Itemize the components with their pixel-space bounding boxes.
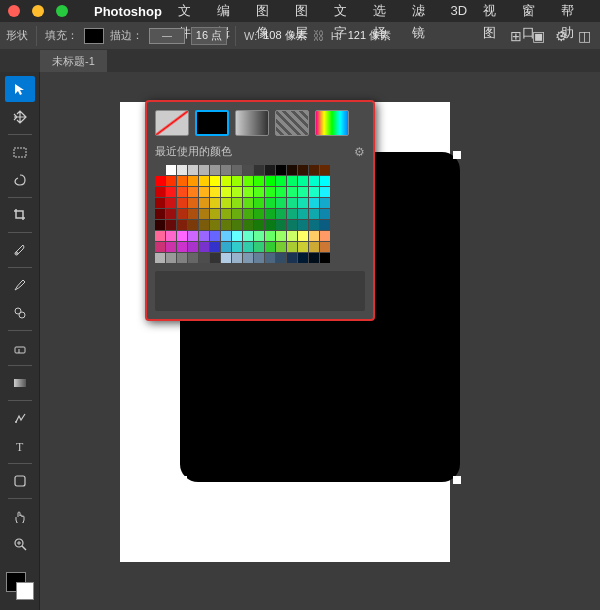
tool-rect-select[interactable] [5, 139, 35, 165]
no-color-swatch[interactable] [155, 110, 189, 136]
color-cell[interactable] [210, 176, 220, 186]
path-ops-button[interactable]: ▣ [529, 28, 548, 44]
tool-text[interactable]: T [5, 433, 35, 459]
color-cell[interactable] [177, 209, 187, 219]
minimize-button[interactable] [32, 5, 44, 17]
color-cell[interactable] [232, 176, 242, 186]
tool-eyedropper[interactable] [5, 237, 35, 263]
color-cell[interactable] [188, 253, 198, 263]
color-cell[interactable] [309, 231, 319, 241]
color-cell[interactable] [199, 220, 209, 230]
color-cell[interactable] [320, 165, 330, 175]
color-cell[interactable] [221, 187, 231, 197]
menu-file[interactable]: 文件 [170, 0, 209, 22]
canvas-tab[interactable]: 未标题-1 [40, 50, 108, 72]
color-cell[interactable] [276, 209, 286, 219]
color-cell[interactable] [155, 253, 165, 263]
color-cell[interactable] [177, 242, 187, 252]
color-cell[interactable] [155, 176, 165, 186]
color-cell[interactable] [320, 253, 330, 263]
color-cell[interactable] [155, 220, 165, 230]
color-cell[interactable] [309, 176, 319, 186]
stroke-size-input[interactable] [191, 27, 227, 45]
color-cell[interactable] [309, 187, 319, 197]
color-cell[interactable] [265, 253, 275, 263]
color-cell[interactable] [210, 209, 220, 219]
color-cell[interactable] [265, 220, 275, 230]
color-cell[interactable] [320, 231, 330, 241]
tool-crop[interactable] [5, 202, 35, 228]
color-cell[interactable] [287, 176, 297, 186]
color-cell[interactable] [254, 220, 264, 230]
color-cell[interactable] [221, 209, 231, 219]
color-cell[interactable] [320, 209, 330, 219]
color-cell[interactable] [199, 165, 209, 175]
color-cell[interactable] [210, 187, 220, 197]
tool-gradient[interactable] [5, 370, 35, 396]
color-cell[interactable] [254, 187, 264, 197]
color-cell[interactable] [254, 231, 264, 241]
color-cell[interactable] [298, 220, 308, 230]
color-cell[interactable] [298, 253, 308, 263]
color-cell[interactable] [320, 198, 330, 208]
color-cell[interactable] [243, 220, 253, 230]
tool-brush[interactable] [5, 272, 35, 298]
color-cell[interactable] [232, 165, 242, 175]
color-cell[interactable] [320, 176, 330, 186]
color-cell[interactable] [320, 220, 330, 230]
color-cell[interactable] [210, 242, 220, 252]
color-cell[interactable] [188, 198, 198, 208]
handle-bottom-right[interactable] [453, 476, 461, 484]
color-cell[interactable] [298, 187, 308, 197]
color-cell[interactable] [210, 253, 220, 263]
color-cell[interactable] [287, 231, 297, 241]
color-cell[interactable] [155, 209, 165, 219]
color-cell[interactable] [276, 253, 286, 263]
color-cell[interactable] [254, 176, 264, 186]
menu-window[interactable]: 窗口 [514, 0, 553, 22]
color-cell[interactable] [243, 187, 253, 197]
tool-clone[interactable] [5, 300, 35, 326]
color-cell[interactable] [287, 242, 297, 252]
menu-select[interactable]: 选择 [365, 0, 404, 22]
color-cell[interactable] [243, 253, 253, 263]
color-cell[interactable] [155, 198, 165, 208]
color-cell[interactable] [254, 209, 264, 219]
color-cell[interactable] [221, 220, 231, 230]
color-cell[interactable] [221, 198, 231, 208]
tool-select[interactable] [5, 76, 35, 102]
color-cell[interactable] [254, 242, 264, 252]
color-cell[interactable] [199, 209, 209, 219]
color-cell[interactable] [177, 198, 187, 208]
mask-button[interactable]: ◫ [575, 28, 594, 44]
color-cell[interactable] [166, 165, 176, 175]
color-cell[interactable] [232, 198, 242, 208]
tool-move[interactable] [5, 104, 35, 130]
color-cell[interactable] [276, 220, 286, 230]
solid-black-swatch[interactable] [195, 110, 229, 136]
color-cell[interactable] [199, 176, 209, 186]
fg-bg-swatches[interactable] [6, 572, 34, 600]
color-cell[interactable] [276, 176, 286, 186]
color-cell[interactable] [177, 231, 187, 241]
color-cell[interactable] [232, 209, 242, 219]
color-cell[interactable] [188, 176, 198, 186]
color-cell[interactable] [298, 242, 308, 252]
color-cell[interactable] [254, 165, 264, 175]
color-cell[interactable] [199, 242, 209, 252]
color-cell[interactable] [210, 231, 220, 241]
color-cell[interactable] [177, 187, 187, 197]
color-cell[interactable] [232, 242, 242, 252]
color-cell[interactable] [265, 187, 275, 197]
color-cell[interactable] [166, 187, 176, 197]
color-cell[interactable] [276, 242, 286, 252]
color-cell[interactable] [320, 187, 330, 197]
color-cell[interactable] [155, 187, 165, 197]
menu-3d[interactable]: 3D [443, 0, 476, 22]
menu-filter[interactable]: 滤镜 [404, 0, 443, 22]
background-swatch[interactable] [16, 582, 34, 600]
color-cell[interactable] [221, 253, 231, 263]
handle-bottom-left[interactable] [179, 476, 187, 484]
color-cell[interactable] [298, 198, 308, 208]
color-cell[interactable] [287, 220, 297, 230]
